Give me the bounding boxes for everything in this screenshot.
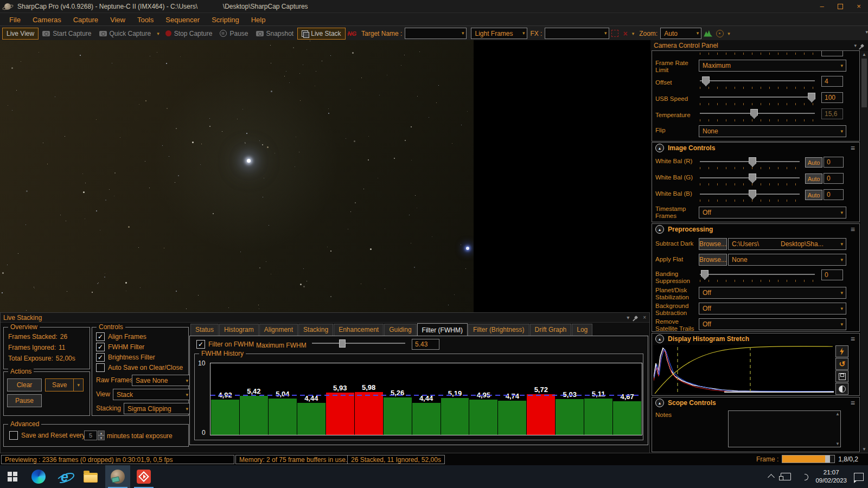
reticle-icon[interactable] [716, 30, 724, 37]
pin-icon[interactable] [860, 43, 864, 47]
quick-capture-dropdown-icon[interactable]: ▾ [157, 31, 159, 36]
frame-type-combobox[interactable]: Light Frames ▾ [471, 28, 527, 39]
minutes-spinner[interactable]: 5 ▲ ▼ [84, 431, 105, 440]
background-subtraction-combobox[interactable]: Off ▾ [699, 303, 846, 314]
white-bal-b-auto-button[interactable]: Auto [805, 190, 822, 200]
white-bal-g-slider[interactable] [700, 173, 800, 183]
section-menu-icon[interactable]: ≡ [851, 399, 855, 407]
live-view-button[interactable]: Live View [2, 28, 39, 40]
pause-stack-button[interactable]: Pause [7, 394, 42, 407]
stacking-combobox[interactable]: Sigma Clipping ▾ [124, 403, 192, 414]
banding-suppression-slider[interactable] [700, 269, 815, 279]
spin-down-icon[interactable]: ▼ [98, 435, 105, 440]
taskbar-red-app[interactable] [131, 465, 156, 488]
taskbar-sharpcap[interactable] [105, 465, 130, 488]
taskbar-internet-explorer[interactable]: e [52, 465, 77, 488]
stop-capture-button[interactable]: Stop Capture [162, 28, 216, 39]
target-name-combobox[interactable]: ▾ [405, 28, 467, 39]
usb-speed-slider[interactable] [700, 92, 815, 102]
contrast-button[interactable] [835, 383, 848, 395]
slider-thumb[interactable] [749, 190, 756, 200]
fx-combobox[interactable]: ▾ [545, 28, 609, 39]
white-bal-b-value[interactable]: 0 [824, 189, 844, 200]
taskbar-edge[interactable] [26, 465, 51, 488]
save-split-button[interactable]: Save ▾ [45, 378, 84, 391]
checkbox-fwhm-filter[interactable]: ✓FWHM Filter [96, 343, 144, 351]
menu-view[interactable]: View [104, 14, 131, 25]
slider-thumb[interactable] [339, 339, 346, 348]
flip-combobox[interactable]: None ▾ [699, 125, 846, 137]
planet-disk-stabilization-combobox[interactable]: Off ▾ [699, 287, 846, 299]
minimize-button[interactable]: – [813, 0, 831, 12]
network-icon[interactable] [781, 473, 791, 480]
remove-satellite-trails-combobox[interactable]: Off ▾ [699, 318, 846, 330]
frame-rate-combobox[interactable]: Maximum ▾ [699, 60, 846, 72]
raw-frames-combobox[interactable]: Save None ▾ [132, 375, 192, 386]
pause-button[interactable]: Pause [216, 28, 252, 39]
slider-thumb[interactable] [702, 76, 710, 86]
tab-filter-brightness[interactable]: Filter (Brightness) [468, 324, 529, 336]
timestamp-frames-combobox[interactable]: Off ▾ [699, 207, 846, 219]
tab-enhancement[interactable]: Enhancement [334, 324, 384, 336]
collapse-section-icon[interactable]: ▲ [655, 225, 664, 234]
cropped-value-box[interactable] [821, 50, 843, 56]
pin-icon[interactable] [634, 316, 638, 319]
scroll-down-icon[interactable]: ▼ [860, 447, 868, 452]
zoom-combobox[interactable]: Auto ▾ [660, 28, 701, 39]
tab-alignment[interactable]: Alignment [259, 324, 298, 336]
maximum-fwhm-slider[interactable] [312, 338, 405, 348]
offset-value[interactable]: 4 [821, 76, 843, 87]
tab-guiding[interactable]: Guiding [384, 324, 416, 336]
section-menu-icon[interactable]: ≡ [851, 335, 855, 343]
apply-flat-browse-button[interactable]: Browse... [699, 254, 727, 266]
menu-help[interactable]: Help [245, 14, 272, 25]
histogram-peak-icon[interactable] [704, 30, 712, 37]
panel-collapse-icon[interactable]: ▾ [854, 43, 857, 48]
selection-area-icon[interactable] [611, 30, 618, 37]
restore-button[interactable] [831, 0, 850, 12]
scroll-up-icon[interactable]: ▲ [835, 412, 840, 416]
spin-up-icon[interactable]: ▲ [98, 431, 105, 435]
section-menu-icon[interactable]: ≡ [851, 225, 855, 234]
clear-button[interactable]: Clear [7, 378, 42, 391]
tab-status[interactable]: Status [190, 324, 219, 336]
tab-log[interactable]: Log [572, 324, 592, 336]
tab-filter-fwhm[interactable]: Filter (FWHM) [417, 323, 468, 336]
toolbar-overflow-icon[interactable]: ▾ [865, 29, 868, 35]
menu-file[interactable]: File [3, 14, 27, 25]
menu-tools[interactable]: Tools [131, 14, 159, 25]
quick-capture-button[interactable]: Quick Capture [95, 28, 155, 39]
white-bal-r-slider[interactable] [700, 157, 800, 166]
filter-on-fwhm-checkbox[interactable]: ✓ Filter on FWHM [196, 340, 254, 349]
volume-icon[interactable] [798, 473, 808, 480]
start-capture-button[interactable]: Start Capture [39, 28, 95, 39]
save-reset-checkbox[interactable]: Save and Reset every [9, 431, 85, 440]
panel-collapse-icon[interactable]: ▾ [627, 314, 629, 320]
white-bal-g-auto-button[interactable]: Auto [805, 174, 822, 184]
auto-stretch-button[interactable] [835, 345, 848, 357]
white-bal-g-value[interactable]: 0 [824, 173, 844, 184]
tab-stacking[interactable]: Stacking [298, 324, 333, 336]
collapse-section-icon[interactable]: ▲ [655, 144, 664, 152]
tab-drift-graph[interactable]: Drift Graph [530, 324, 572, 336]
subtract-dark-combobox[interactable]: C:\Users\ Desktop\Sha... ▾ [728, 238, 846, 250]
scroll-down-icon[interactable]: ▼ [835, 441, 840, 446]
checkbox-auto-save-on-clear-close[interactable]: Auto Save on Clear/Close [96, 363, 183, 372]
save-dropdown-icon[interactable]: ▾ [73, 379, 83, 391]
action-center-icon[interactable] [854, 473, 864, 481]
slider-thumb[interactable] [701, 270, 709, 280]
notes-textarea[interactable]: ▲ ▼ [728, 410, 841, 447]
offset-slider[interactable] [700, 76, 815, 86]
slider-thumb[interactable] [749, 174, 756, 183]
section-menu-icon[interactable]: ≡ [851, 144, 855, 152]
menu-capture[interactable]: Capture [67, 14, 104, 25]
white-bal-b-slider[interactable] [700, 189, 800, 199]
checkbox-align-frames[interactable]: ✓Align Frames [96, 332, 146, 341]
tab-histogram[interactable]: Histogram [219, 324, 259, 336]
overlay-dropdown-icon[interactable]: ▾ [727, 31, 730, 36]
white-bal-r-auto-button[interactable]: Auto [805, 157, 822, 168]
reset-stretch-button[interactable]: ↺ [835, 358, 848, 370]
taskbar-file-explorer[interactable] [78, 465, 103, 488]
histogram-stretch-graph[interactable] [654, 345, 834, 394]
save-stretch-button[interactable] [835, 370, 848, 382]
